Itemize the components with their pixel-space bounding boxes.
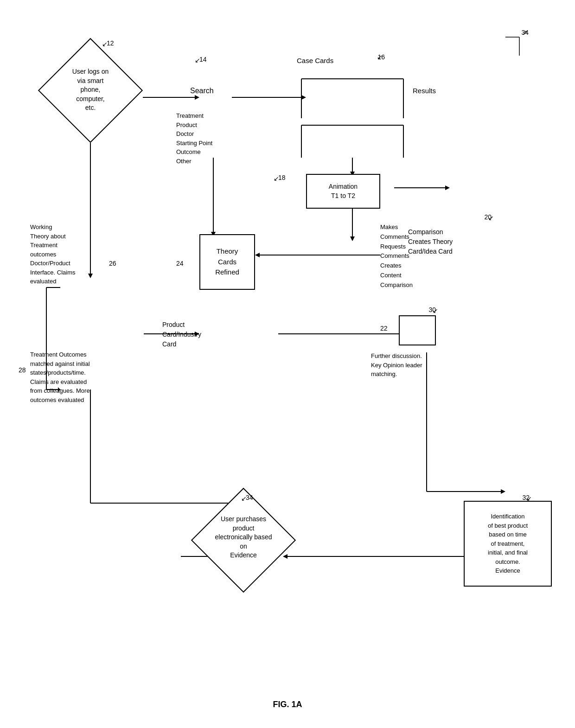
- outcome-card-6: [0, 271, 28, 292]
- node-28-label: Treatment Outcomesmatched against initia…: [30, 350, 90, 404]
- node-16-label: Case Cards: [297, 56, 333, 65]
- outcome-card-3: [0, 209, 28, 230]
- diagram: 34 ↗ User logs onvia smartphone,computer…: [0, 0, 575, 728]
- svg-marker-15: [350, 236, 355, 241]
- case-card-6: [0, 104, 28, 125]
- node-32-rect: Identificationof best productbased on ti…: [464, 501, 552, 587]
- ref-34-arrow: ↙: [241, 495, 247, 502]
- case-card-1: [0, 0, 28, 21]
- ref-14-arrow: ↙: [195, 57, 200, 64]
- svg-marker-19: [255, 253, 260, 257]
- node-24-rect: TheoryCardsRefined: [199, 234, 255, 290]
- outcome-card-4: [0, 230, 28, 250]
- ref-18: 18: [278, 174, 286, 181]
- ref-12-arrow: ↙: [102, 40, 108, 48]
- node-14-label: Search: [190, 86, 214, 96]
- node-18-label: AnimationT1 to T2: [329, 182, 358, 200]
- ref-30-arrow: ↙: [433, 307, 438, 314]
- node-18-rect: AnimationT1 to T2: [306, 174, 380, 209]
- node-26-label: WorkingTheory aboutTreatmentoutcomesDoct…: [30, 223, 76, 286]
- case-card-2: [0, 21, 28, 42]
- svg-marker-5: [301, 95, 306, 100]
- ref-34: 34: [246, 494, 253, 501]
- outcome-card-1: [0, 167, 28, 188]
- node-30-rect: [399, 315, 436, 345]
- ref-28: 28: [19, 366, 26, 374]
- node-22-label: MakesCommentsRequestsCommentsCreatesCont…: [380, 223, 413, 290]
- results-label: Results: [413, 86, 436, 96]
- node-34-label: User purchasesproductelectronically base…: [197, 515, 290, 560]
- outcome-card-5: [0, 250, 28, 271]
- case-card-4: [0, 63, 28, 83]
- case-card-5: [0, 83, 28, 104]
- ref-16-arrow: ↙: [377, 53, 383, 61]
- product-card-label: ProductCard/IndustryCard: [162, 320, 201, 349]
- node-32-label: Identificationof best productbased on ti…: [488, 512, 528, 575]
- ref-22: 22: [380, 325, 388, 332]
- ref-10-arrow: ↗: [522, 29, 528, 36]
- ref-24: 24: [176, 260, 184, 267]
- ref-14: 14: [199, 56, 207, 63]
- comparison-card-1: [0, 125, 28, 146]
- ref-26: 26: [109, 260, 116, 267]
- node-20-label: ComparisonCreates TheoryCard/Idea Card: [408, 227, 453, 256]
- outcome-card-2: [0, 188, 28, 209]
- ref-18-arrow: ↙: [274, 175, 279, 182]
- svg-marker-17: [445, 185, 450, 190]
- case-card-3: [0, 42, 28, 63]
- node-30-label: Further discussion.Key Opinion leadermat…: [371, 351, 422, 379]
- svg-marker-21: [88, 274, 93, 278]
- svg-marker-28: [501, 489, 505, 494]
- search-sublabel: TreatmentProductDoctorStarting PointOutc…: [176, 111, 212, 166]
- node-24-label: TheoryCardsRefined: [215, 246, 239, 278]
- node-12-label: User logs onvia smartphone,computer,etc.: [46, 67, 134, 113]
- comparison-card-2: [0, 146, 28, 167]
- fig-label: FIG. 1A: [273, 700, 302, 709]
- ref-20-arrow: ↙: [488, 214, 494, 222]
- ref-12: 12: [107, 39, 114, 47]
